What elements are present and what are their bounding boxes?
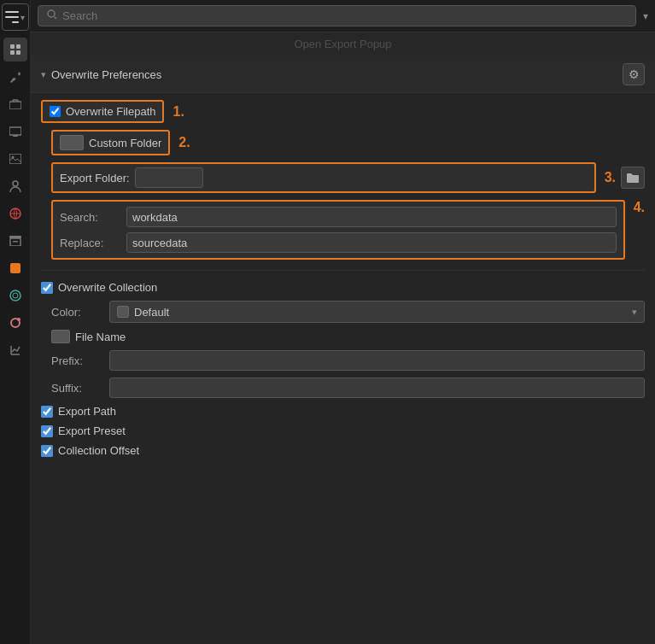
- svg-rect-17: [13, 241, 18, 243]
- replace-label: Replace:: [60, 237, 120, 249]
- export-preset-row[interactable]: Export Preset: [41, 424, 645, 437]
- search-icon: [47, 9, 57, 22]
- svg-point-19: [10, 290, 20, 301]
- custom-folder-row-outer: Custom Folder 2.: [51, 130, 645, 155]
- file-name-toggle[interactable]: [51, 330, 70, 343]
- svg-point-25: [48, 10, 55, 17]
- sidebar-item-render[interactable]: [3, 120, 27, 143]
- svg-rect-18: [10, 263, 20, 273]
- search-box[interactable]: [38, 5, 636, 26]
- file-name-row[interactable]: File Name: [51, 330, 645, 343]
- sidebar-item-orange-box[interactable]: [3, 256, 27, 280]
- suffix-row: Suffix:: [51, 378, 645, 398]
- content-area: Open Export Popup ▾ Overwrite Preference…: [31, 32, 655, 644]
- search-replace-outer: Search: Replace: 4.: [51, 200, 645, 260]
- topbar: ▾: [31, 0, 655, 32]
- color-swatch-icon: [117, 306, 129, 318]
- section-inner: Overwrite Filepath 1. Custom Folder 2. E…: [31, 93, 655, 464]
- collection-offset-label: Collection Offset: [58, 444, 139, 457]
- export-folder-input[interactable]: [135, 167, 203, 188]
- sidebar: ▾: [0, 0, 31, 644]
- color-dropdown-arrow: ▾: [632, 307, 637, 318]
- divider-1: [41, 270, 645, 271]
- file-name-label: File Name: [75, 331, 126, 343]
- svg-rect-0: [5, 11, 19, 13]
- svg-rect-3: [10, 44, 15, 49]
- search-input[interactable]: [62, 9, 627, 22]
- prefix-label: Prefix:: [51, 354, 102, 367]
- section-title-text: Overwrite Preferences: [51, 68, 161, 81]
- search-field-row: Search:: [60, 207, 617, 227]
- chevron-down-icon: ▾: [20, 13, 25, 22]
- suffix-input[interactable]: [109, 378, 645, 398]
- svg-rect-8: [9, 102, 21, 109]
- sidebar-item-user[interactable]: [3, 174, 27, 198]
- svg-rect-9: [9, 127, 21, 135]
- section-title: ▾ Overwrite Preferences: [41, 68, 161, 81]
- svg-point-22: [17, 318, 20, 321]
- export-folder-label: Export Folder:: [60, 172, 130, 184]
- replace-input-field[interactable]: [126, 232, 617, 253]
- collection-offset-row[interactable]: Collection Offset: [41, 444, 645, 457]
- color-label: Color:: [51, 306, 102, 319]
- custom-folder-label: Custom Folder: [89, 137, 161, 149]
- sidebar-item-ring[interactable]: [3, 311, 27, 335]
- suffix-label: Suffix:: [51, 382, 102, 395]
- export-path-row[interactable]: Export Path: [41, 405, 645, 418]
- svg-rect-2: [12, 21, 19, 23]
- section-chevron-icon: ▾: [41, 69, 46, 80]
- search-replace-number: 4.: [634, 200, 645, 215]
- svg-line-26: [55, 17, 57, 20]
- sidebar-item-globe[interactable]: [3, 202, 27, 225]
- svg-rect-10: [13, 135, 18, 137]
- sidebar-item-wrench[interactable]: [3, 65, 27, 89]
- svg-rect-5: [10, 50, 15, 55]
- prefix-input[interactable]: [109, 350, 645, 371]
- sidebar-item-archive[interactable]: [3, 229, 27, 253]
- custom-folder-toggle[interactable]: [60, 135, 84, 150]
- collection-offset-checkbox[interactable]: [41, 445, 53, 457]
- export-preset-checkbox[interactable]: [41, 425, 53, 437]
- overwrite-collection-checkbox[interactable]: [41, 282, 53, 294]
- export-path-checkbox[interactable]: [41, 406, 53, 418]
- overwrite-collection-row[interactable]: Overwrite Collection: [41, 281, 645, 294]
- folder-browse-button[interactable]: [621, 167, 645, 189]
- main-panel: ▾ Open Export Popup ▾ Overwrite Preferen…: [31, 0, 655, 644]
- sidebar-item-graph[interactable]: [3, 338, 27, 362]
- overwrite-collection-label: Overwrite Collection: [58, 281, 157, 294]
- search-label: Search:: [60, 211, 120, 224]
- svg-rect-6: [16, 50, 20, 55]
- overwrite-filepath-number: 1.: [173, 104, 184, 120]
- svg-rect-1: [5, 16, 19, 18]
- sidebar-item-image[interactable]: [3, 147, 27, 171]
- color-dropdown-inner: Default: [117, 306, 169, 319]
- custom-folder-number: 2.: [178, 135, 190, 150]
- export-folder-number: 3.: [605, 170, 616, 185]
- topbar-dropdown-arrow[interactable]: ▾: [643, 10, 648, 22]
- sidebar-item-briefcase[interactable]: [3, 92, 27, 116]
- overwrite-filepath-row: Overwrite Filepath 1.: [41, 100, 645, 123]
- svg-point-13: [13, 181, 18, 186]
- color-value: Default: [134, 306, 169, 319]
- replace-field-row: Replace:: [60, 232, 617, 253]
- sidebar-item-tools[interactable]: [3, 38, 27, 61]
- color-dropdown[interactable]: Default ▾: [109, 301, 645, 323]
- export-folder-row-outer: Export Folder: 3.: [51, 162, 645, 193]
- gear-icon: ⚙: [629, 67, 640, 81]
- svg-rect-4: [16, 44, 20, 49]
- export-path-label: Export Path: [58, 405, 116, 418]
- gear-button[interactable]: ⚙: [623, 63, 645, 85]
- blurred-open-export: Open Export Popup: [31, 32, 655, 56]
- search-input-field[interactable]: [126, 207, 617, 227]
- sidebar-item-circle-c[interactable]: [3, 284, 27, 307]
- overwrite-filepath-checkbox[interactable]: [50, 106, 61, 117]
- export-preset-label: Export Preset: [58, 424, 126, 437]
- svg-point-20: [13, 293, 18, 298]
- overwrite-preferences-header: ▾ Overwrite Preferences ⚙: [31, 56, 655, 93]
- prefix-row: Prefix:: [51, 350, 645, 371]
- sidebar-menu-toggle[interactable]: ▾: [2, 3, 29, 31]
- color-row: Color: Default ▾: [51, 301, 645, 323]
- overwrite-filepath-label: Overwrite Filepath: [66, 105, 155, 118]
